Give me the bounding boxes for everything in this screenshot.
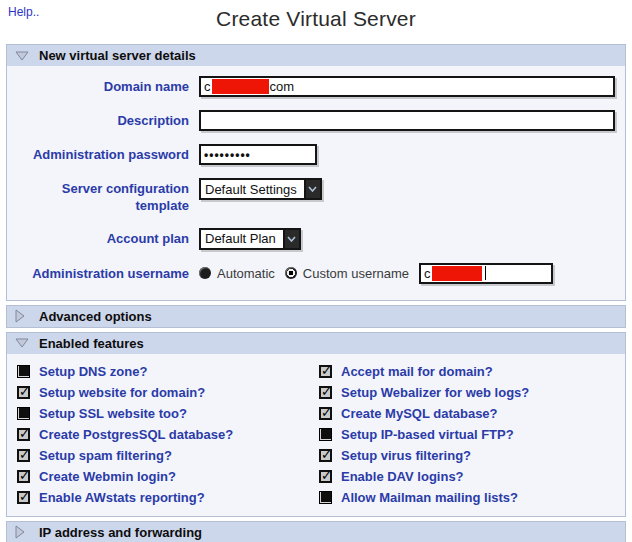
template-selected-value: Default Settings [201, 180, 304, 198]
checkbox[interactable] [319, 449, 332, 462]
feature-item[interactable]: Accept mail for domain? [319, 361, 617, 382]
expand-arrow-icon[interactable] [15, 309, 29, 323]
feature-item[interactable]: Setup IP-based virtual FTP? [319, 424, 617, 445]
automatic-radio[interactable] [199, 267, 211, 279]
help-link[interactable]: Help.. [8, 5, 39, 19]
feature-item[interactable]: Create MySQL database? [319, 403, 617, 424]
checkbox[interactable] [319, 491, 332, 504]
chevron-down-icon [304, 180, 320, 198]
domain-input[interactable]: ccom [199, 76, 615, 97]
feature-item[interactable]: Setup DNS zone? [17, 361, 315, 382]
feature-label: Setup DNS zone? [39, 364, 147, 379]
section-details: New virtual server details Domain name c… [6, 44, 626, 301]
checkbox[interactable] [17, 386, 30, 399]
feature-item[interactable]: Create Webmin login? [17, 466, 315, 487]
plan-selected-value: Default Plan [201, 230, 283, 248]
expand-arrow-icon[interactable] [15, 525, 29, 539]
feature-label: Allow Mailman mailing lists? [341, 490, 518, 505]
description-label: Description [15, 110, 199, 130]
feature-item[interactable]: Setup Webalizer for web logs? [319, 382, 617, 403]
custom-username-radio-label[interactable]: Custom username [303, 266, 409, 281]
checkbox[interactable] [17, 365, 30, 378]
section-details-title: New virtual server details [39, 48, 196, 63]
feature-label: Setup SSL website too? [39, 406, 187, 421]
password-input[interactable]: ••••••••• [199, 144, 317, 165]
feature-item[interactable]: Setup virus filtering? [319, 445, 617, 466]
username-row: Administration username Automatic Custom… [15, 263, 617, 284]
section-advanced-header[interactable]: Advanced options [7, 306, 625, 327]
section-features-title: Enabled features [39, 336, 144, 351]
checkbox[interactable] [17, 449, 30, 462]
username-value-prefix: c [424, 266, 431, 281]
section-features-body: Setup DNS zone? Setup website for domain… [7, 354, 625, 516]
feature-label: Create Webmin login? [39, 469, 176, 484]
checkbox[interactable] [319, 365, 332, 378]
domain-row: Domain name ccom [15, 76, 617, 97]
custom-username-input[interactable]: c [419, 263, 553, 284]
collapse-arrow-icon[interactable] [15, 338, 29, 348]
feature-label: Setup IP-based virtual FTP? [341, 427, 514, 442]
section-ip-header[interactable]: IP address and forwarding [7, 522, 625, 542]
template-label: Server configuration template [15, 178, 199, 215]
feature-label: Create PostgresSQL database? [39, 427, 233, 442]
checkbox[interactable] [17, 470, 30, 483]
top-bar: Help.. Create Virtual Server [0, 0, 632, 40]
template-row: Server configuration template Default Se… [15, 178, 617, 215]
custom-username-radio[interactable] [285, 267, 297, 279]
feature-label: Setup Webalizer for web logs? [341, 385, 529, 400]
checkbox[interactable] [17, 491, 30, 504]
section-details-body: Domain name ccom Description Administrat… [7, 66, 625, 300]
collapse-arrow-icon[interactable] [15, 51, 29, 61]
section-ip: IP address and forwarding [6, 521, 626, 542]
feature-item[interactable]: Allow Mailman mailing lists? [319, 487, 617, 508]
page-title: Create Virtual Server [0, 0, 632, 31]
feature-label: Setup spam filtering? [39, 448, 172, 463]
plan-label: Account plan [15, 228, 199, 248]
checkbox[interactable] [319, 386, 332, 399]
section-ip-title: IP address and forwarding [39, 525, 202, 540]
password-masked-value: ••••••••• [204, 148, 251, 162]
plan-select[interactable]: Default Plan [199, 228, 301, 250]
password-row: Administration password ••••••••• [15, 144, 617, 165]
domain-label: Domain name [15, 76, 199, 96]
section-advanced-title: Advanced options [39, 309, 152, 324]
section-features-header[interactable]: Enabled features [7, 333, 625, 354]
description-row: Description [15, 110, 617, 131]
domain-value-prefix: c [204, 79, 211, 94]
text-cursor [485, 266, 486, 280]
checkbox[interactable] [319, 428, 332, 441]
template-select[interactable]: Default Settings [199, 178, 322, 200]
sections-container: New virtual server details Domain name c… [6, 44, 626, 542]
features-left-column: Setup DNS zone? Setup website for domain… [17, 361, 315, 508]
feature-item[interactable]: Enable AWstats reporting? [17, 487, 315, 508]
checkbox[interactable] [319, 470, 332, 483]
domain-value-suffix: com [270, 79, 295, 94]
feature-item[interactable]: Setup website for domain? [17, 382, 315, 403]
section-features: Enabled features Setup DNS zone? Setup w… [6, 332, 626, 517]
section-details-header[interactable]: New virtual server details [7, 45, 625, 66]
chevron-down-icon [283, 230, 299, 248]
checkbox[interactable] [17, 428, 30, 441]
checkbox[interactable] [17, 407, 30, 420]
feature-item[interactable]: Setup spam filtering? [17, 445, 315, 466]
feature-item[interactable]: Enable DAV logins? [319, 466, 617, 487]
feature-item[interactable]: Create PostgresSQL database? [17, 424, 315, 445]
redaction-block [212, 79, 269, 94]
feature-item[interactable]: Setup SSL website too? [17, 403, 315, 424]
section-advanced: Advanced options [6, 305, 626, 328]
password-label: Administration password [15, 144, 199, 164]
feature-label: Accept mail for domain? [341, 364, 493, 379]
feature-label: Setup website for domain? [39, 385, 205, 400]
feature-label: Enable AWstats reporting? [39, 490, 205, 505]
redaction-block [432, 266, 482, 281]
username-label: Administration username [15, 263, 199, 283]
plan-row: Account plan Default Plan [15, 228, 617, 250]
feature-label: Enable DAV logins? [341, 469, 464, 484]
features-right-column: Accept mail for domain? Setup Webalizer … [319, 361, 617, 508]
feature-label: Setup virus filtering? [341, 448, 471, 463]
automatic-radio-label[interactable]: Automatic [217, 266, 275, 281]
description-input[interactable] [199, 110, 615, 131]
feature-label: Create MySQL database? [341, 406, 498, 421]
checkbox[interactable] [319, 407, 332, 420]
